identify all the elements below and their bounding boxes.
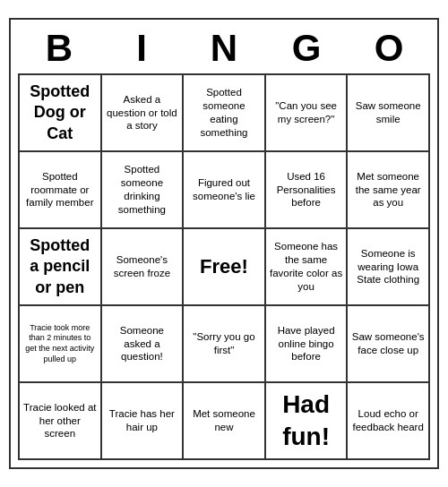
bingo-cell-0[interactable]: Spotted Dog or Cat <box>20 75 102 152</box>
header-g: G <box>267 27 346 70</box>
bingo-cell-11[interactable]: Someone's screen froze <box>102 229 185 306</box>
header-n: N <box>185 27 263 70</box>
bingo-cell-13[interactable]: Someone has the same favorite color as y… <box>266 229 349 306</box>
header-i: I <box>102 27 181 70</box>
bingo-cell-18[interactable]: Have played online bingo before <box>266 306 349 383</box>
bingo-grid: Spotted Dog or CatAsked a question or to… <box>18 73 430 460</box>
bingo-cell-4[interactable]: Saw someone smile <box>348 75 430 152</box>
bingo-cell-9[interactable]: Met someone the same year as you <box>348 152 430 229</box>
header-o: O <box>349 27 428 70</box>
bingo-cell-6[interactable]: Spotted someone drinking something <box>102 152 185 229</box>
bingo-cell-12[interactable]: Free! <box>184 229 266 306</box>
bingo-cell-10[interactable]: Spotted a pencil or pen <box>20 229 102 306</box>
bingo-cell-14[interactable]: Someone is wearing Iowa State clothing <box>348 229 430 306</box>
bingo-cell-22[interactable]: Met someone new <box>184 383 266 460</box>
bingo-cell-5[interactable]: Spotted roommate or family member <box>20 152 102 229</box>
bingo-cell-17[interactable]: "Sorry you go first" <box>184 306 266 383</box>
bingo-cell-23[interactable]: Had fun! <box>266 383 349 460</box>
bingo-cell-2[interactable]: Spotted someone eating something <box>184 75 266 152</box>
bingo-cell-7[interactable]: Figured out someone's lie <box>184 152 266 229</box>
bingo-header: B I N G O <box>18 27 430 70</box>
bingo-cell-16[interactable]: Someone asked a question! <box>102 306 185 383</box>
bingo-cell-8[interactable]: Used 16 Personalities before <box>266 152 349 229</box>
bingo-cell-21[interactable]: Tracie has her hair up <box>102 383 185 460</box>
bingo-cell-20[interactable]: Tracie looked at her other screen <box>20 383 102 460</box>
bingo-card: B I N G O Spotted Dog or CatAsked a ques… <box>9 18 439 469</box>
bingo-cell-1[interactable]: Asked a question or told a story <box>102 75 185 152</box>
bingo-cell-19[interactable]: Saw someone's face close up <box>348 306 430 383</box>
header-b: B <box>20 27 99 70</box>
bingo-cell-15[interactable]: Tracie took more than 2 minutes to get t… <box>20 306 102 383</box>
bingo-cell-24[interactable]: Loud echo or feedback heard <box>348 383 430 460</box>
bingo-cell-3[interactable]: "Can you see my screen?" <box>266 75 349 152</box>
